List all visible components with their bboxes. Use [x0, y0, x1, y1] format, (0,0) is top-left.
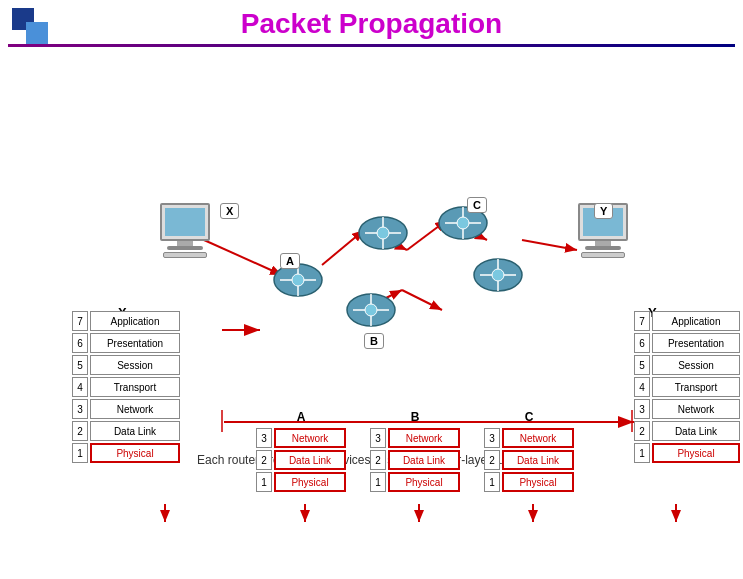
layer-name-c2: Data Link	[502, 450, 574, 470]
osi-stack-c: C 3 Network 2 Data Link 1 Physical	[484, 410, 574, 492]
layer-row-b2: 2 Data Link	[370, 450, 460, 470]
page-header: Packet Propagation	[0, 0, 743, 44]
label-x-top: X	[220, 203, 239, 219]
layer-row-x4: 4 Transport	[72, 377, 180, 397]
layer-name-a1: Physical	[274, 472, 346, 492]
layer-num-y1: 1	[634, 443, 650, 463]
layer-row-c1: 1 Physical	[484, 472, 574, 492]
svg-point-22	[292, 274, 304, 286]
layer-num-b1: 1	[370, 472, 386, 492]
label-c-stack: C	[484, 410, 574, 424]
layer-row-x5: 5 Session	[72, 355, 180, 375]
osi-stack-x: 7 Application 6 Presentation 5 Session 4…	[72, 311, 180, 463]
layer-name-a2: Data Link	[274, 450, 346, 470]
layer-name-x1: Physical	[90, 443, 180, 463]
layer-name-y6: Presentation	[652, 333, 740, 353]
layer-name-x5: Session	[90, 355, 180, 375]
layer-num-x3: 3	[72, 399, 88, 419]
layer-row-y4: 4 Transport	[634, 377, 740, 397]
layer-name-y2: Data Link	[652, 421, 740, 441]
layer-num-x7: 7	[72, 311, 88, 331]
layer-name-x6: Presentation	[90, 333, 180, 353]
layer-num-y2: 2	[634, 421, 650, 441]
svg-point-38	[492, 269, 504, 281]
layer-name-x2: Data Link	[90, 421, 180, 441]
layer-name-c3: Network	[502, 428, 574, 448]
layer-num-x2: 2	[72, 421, 88, 441]
layer-row-y3: 3 Network	[634, 399, 740, 419]
layer-row-y7: 7 Application	[634, 311, 740, 331]
layer-name-c1: Physical	[502, 472, 574, 492]
layer-name-x3: Network	[90, 399, 180, 419]
osi-stack-b: B 3 Network 2 Data Link 1 Physical	[370, 410, 460, 492]
layer-name-b3: Network	[388, 428, 460, 448]
layer-row-y1: 1 Physical	[634, 443, 740, 463]
layer-name-x7: Application	[90, 311, 180, 331]
layer-name-b1: Physical	[388, 472, 460, 492]
svg-point-30	[377, 227, 389, 239]
page-title: Packet Propagation	[241, 8, 502, 39]
layer-num-y6: 6	[634, 333, 650, 353]
svg-line-9	[204, 240, 282, 275]
layer-num-c1: 1	[484, 472, 500, 492]
layer-row-y5: 5 Session	[634, 355, 740, 375]
layer-num-x5: 5	[72, 355, 88, 375]
label-b-stack: B	[370, 410, 460, 424]
layer-row-y6: 6 Presentation	[634, 333, 740, 353]
layer-name-y3: Network	[652, 399, 740, 419]
router-top1	[357, 213, 409, 257]
layer-row-a1: 1 Physical	[256, 472, 346, 492]
layer-name-y7: Application	[652, 311, 740, 331]
layer-num-x4: 4	[72, 377, 88, 397]
osi-stack-y: 7 Application 6 Presentation 5 Session 4…	[634, 311, 740, 463]
layer-row-b3: 3 Network	[370, 428, 460, 448]
layer-num-y5: 5	[634, 355, 650, 375]
layer-name-y1: Physical	[652, 443, 740, 463]
router-c	[472, 255, 524, 299]
label-c-top: C	[467, 197, 487, 213]
svg-point-34	[457, 217, 469, 229]
osi-stack-a: A 3 Network 2 Data Link 1 Physical	[256, 410, 346, 492]
svg-point-26	[365, 304, 377, 316]
layer-num-c3: 3	[484, 428, 500, 448]
layer-num-x1: 1	[72, 443, 88, 463]
diagram-area: X Y A B	[12, 55, 731, 445]
router-b	[345, 290, 397, 334]
layer-num-x6: 6	[72, 333, 88, 353]
layer-num-a2: 2	[256, 450, 272, 470]
layer-name-a3: Network	[274, 428, 346, 448]
layer-row-y2: 2 Data Link	[634, 421, 740, 441]
layer-row-c2: 2 Data Link	[484, 450, 574, 470]
layer-num-y3: 3	[634, 399, 650, 419]
layer-name-x4: Transport	[90, 377, 180, 397]
layer-num-b2: 2	[370, 450, 386, 470]
label-a: A	[280, 253, 300, 269]
layer-row-a3: 3 Network	[256, 428, 346, 448]
label-b: B	[364, 333, 384, 349]
layer-row-x6: 6 Presentation	[72, 333, 180, 353]
svg-line-15	[402, 290, 442, 310]
layer-row-x1: 1 Physical	[72, 443, 180, 463]
layer-row-a2: 2 Data Link	[256, 450, 346, 470]
layer-num-y4: 4	[634, 377, 650, 397]
svg-line-16	[522, 240, 577, 250]
layer-name-b2: Data Link	[388, 450, 460, 470]
layer-row-c3: 3 Network	[484, 428, 574, 448]
computer-x	[160, 203, 210, 258]
layer-row-x7: 7 Application	[72, 311, 180, 331]
label-y-top: Y	[594, 203, 613, 219]
layer-num-c2: 2	[484, 450, 500, 470]
layer-name-y5: Session	[652, 355, 740, 375]
layer-row-b1: 1 Physical	[370, 472, 460, 492]
layer-num-b3: 3	[370, 428, 386, 448]
layer-row-x3: 3 Network	[72, 399, 180, 419]
label-a-stack: A	[256, 410, 346, 424]
layer-num-a3: 3	[256, 428, 272, 448]
main-content: X Y A B	[0, 47, 743, 479]
layer-row-x2: 2 Data Link	[72, 421, 180, 441]
layer-num-a1: 1	[256, 472, 272, 492]
logo	[12, 8, 52, 44]
layer-name-y4: Transport	[652, 377, 740, 397]
layer-num-y7: 7	[634, 311, 650, 331]
